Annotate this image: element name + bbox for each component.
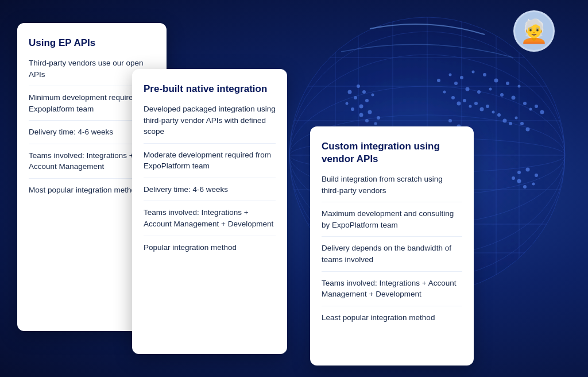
list-item: Moderate development required from ExpoP…: [144, 149, 276, 178]
list-item: Delivery depends on the bandwidth of tea…: [322, 243, 462, 271]
card-custom-title: Custom integration using vendor APIs: [322, 140, 462, 166]
avatar: 🧑‍🦳: [513, 10, 555, 52]
list-item: Build integration from scratch using thi…: [322, 174, 462, 202]
card-prebuilt-title: Pre-built native integration: [144, 83, 276, 95]
list-item: Developed packaged integration using thi…: [144, 103, 276, 144]
list-item: Popular integration method: [144, 242, 276, 253]
list-item: Maximum development and consulting by Ex…: [322, 208, 462, 237]
card-prebuilt-list: Developed packaged integration using thi…: [144, 103, 276, 253]
list-item: Teams involved: Integrations + Account M…: [322, 278, 462, 306]
card-custom-list: Build integration from scratch using thi…: [322, 174, 462, 323]
cards-container: Using EP APIs Third-party vendors use ou…: [0, 0, 588, 377]
card-ep-apis-title: Using EP APIs: [29, 37, 155, 49]
card-custom: Custom integration using vendor APIs Bui…: [310, 126, 474, 366]
card-prebuilt: Pre-built native integration Developed p…: [132, 69, 287, 354]
list-item: Delivery time: 4-6 weeks: [144, 184, 276, 202]
list-item: Teams involved: Integrations + Account M…: [144, 207, 276, 236]
list-item: Least popular integration method: [322, 312, 462, 324]
